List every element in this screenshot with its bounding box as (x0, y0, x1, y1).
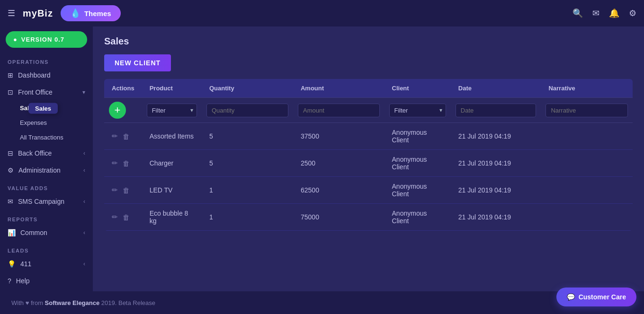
sales-table: Actions Product Quantity Amount Client D… (104, 79, 633, 231)
gear-icon[interactable]: ⚙ (629, 8, 636, 18)
footer-heart: ♥ (26, 299, 29, 306)
sidebar-item-front-office[interactable]: ⊡ Front Office ▾ (0, 84, 93, 101)
row4-product: Eco bubble 8 kg (142, 204, 202, 231)
sidebar-item-administration[interactable]: ⚙ Administration ‹ (0, 162, 93, 179)
customer-care-button[interactable]: 💬 Customer Care (556, 288, 636, 306)
row4-edit-icon[interactable]: ✏ (112, 213, 118, 221)
footer-brand: Software Elegance (45, 299, 100, 306)
version-icon: ● (13, 36, 18, 43)
filter-narrative-cell (541, 98, 633, 123)
client-filter-select[interactable]: Filter (389, 104, 446, 117)
section-value-adds: VALUE ADDS (0, 179, 93, 193)
row2-actions: ✏ 🗑 (104, 150, 142, 177)
amount-filter-input[interactable] (298, 104, 380, 117)
row4-delete-icon[interactable]: 🗑 (123, 213, 130, 221)
version-label: VERSION 0.7 (21, 36, 64, 43)
row2-action-icons: ✏ 🗑 (112, 159, 134, 167)
col-date: Date (451, 79, 541, 98)
new-client-button[interactable]: NEW CLIENT (104, 54, 171, 71)
sidebar-label-sms-campaign: SMS Campaign (18, 198, 64, 205)
sidebar-label-administration: Administration (18, 166, 61, 174)
row2-amount: 2500 (293, 150, 385, 177)
narrative-filter-input[interactable] (546, 104, 628, 117)
sidebar-item-411[interactable]: 💡 411 ‹ (0, 255, 93, 272)
product-filter-select[interactable]: Filter (147, 104, 197, 117)
common-chevron: ‹ (83, 229, 85, 236)
row3-narrative (541, 177, 633, 204)
row4-quantity: 1 (202, 204, 293, 231)
sidebar-item-dashboard[interactable]: ⊞ Dashboard (0, 67, 93, 84)
row3-quantity: 1 (202, 177, 293, 204)
date-filter-input[interactable] (456, 104, 537, 117)
page-title: Sales (104, 36, 633, 47)
menu-icon[interactable]: ☰ (8, 8, 15, 18)
sidebar-label-front-office: Front Office (18, 88, 53, 96)
footer: With ♥ from Software Elegance 2019. Beta… (0, 291, 644, 314)
filter-row: + Filter ▾ (104, 98, 633, 123)
col-product: Product (142, 79, 202, 98)
col-quantity: Quantity (202, 79, 293, 98)
row2-date: 21 Jul 2019 04:19 (451, 150, 541, 177)
sidebar-item-help[interactable]: ? Help (0, 272, 93, 289)
filter-action-cell: + (104, 98, 142, 123)
client-filter-wrap: Filter ▾ (389, 104, 446, 117)
sidebar-label-dashboard: Dashboard (18, 71, 51, 79)
themes-button[interactable]: 💧 Themes (61, 5, 121, 21)
sidebar-item-back-office[interactable]: ⊟ Back Office ‹ (0, 145, 93, 162)
sidebar-item-common[interactable]: 📊 Common ‹ (0, 224, 93, 241)
sidebar-subitem-expenses[interactable]: Expenses (0, 115, 93, 130)
table-row: ✏ 🗑 Eco bubble 8 kg 1 75000 Anonymous Cl… (104, 204, 633, 231)
row2-edit-icon[interactable]: ✏ (112, 159, 118, 167)
row1-delete-icon[interactable]: 🗑 (123, 132, 130, 140)
add-button[interactable]: + (109, 102, 126, 119)
help-icon: ? (8, 277, 11, 285)
bell-icon[interactable]: 🔔 (609, 8, 619, 18)
sidebar-subitem-sales[interactable]: Sales Sales (0, 101, 93, 115)
filter-amount-cell (293, 98, 385, 123)
sms-campaign-chevron: ‹ (83, 198, 85, 205)
themes-drop-icon: 💧 (70, 8, 80, 18)
row2-delete-icon[interactable]: 🗑 (123, 159, 130, 167)
sidebar-item-sms-campaign[interactable]: ✉ SMS Campaign ‹ (0, 193, 93, 210)
dashboard-icon: ⊞ (8, 71, 13, 79)
row1-edit-icon[interactable]: ✏ (112, 132, 118, 140)
col-actions: Actions (104, 79, 142, 98)
filter-client-cell: Filter ▾ (385, 98, 451, 123)
row3-actions: ✏ 🗑 (104, 177, 142, 204)
footer-mid: from (31, 299, 45, 306)
row3-edit-icon[interactable]: ✏ (112, 186, 118, 194)
row3-delete-icon[interactable]: 🗑 (123, 186, 130, 194)
quantity-filter-input[interactable] (206, 104, 288, 117)
section-leads: LEADS (0, 241, 93, 255)
front-office-chevron: ▾ (82, 89, 85, 96)
sidebar-subitem-all-transactions[interactable]: All Transactions (0, 130, 93, 145)
filter-product-cell: Filter ▾ (142, 98, 202, 123)
row2-narrative (541, 150, 633, 177)
table-row: ✏ 🗑 Charger 5 2500 Anonymous Client 21 J… (104, 150, 633, 177)
row4-action-icons: ✏ 🗑 (112, 213, 134, 221)
version-button[interactable]: ● VERSION 0.7 (6, 31, 87, 48)
col-client: Client (385, 79, 451, 98)
row3-client: Anonymous Client (385, 177, 451, 204)
table-header-row: Actions Product Quantity Amount Client D… (104, 79, 633, 98)
section-reports: REPORTS (0, 210, 93, 224)
back-office-chevron: ‹ (83, 150, 85, 157)
all-transactions-label: All Transactions (20, 134, 63, 141)
table-row: ✏ 🗑 LED TV 1 62500 Anonymous Client 21 J… (104, 177, 633, 204)
row2-product: Charger (142, 150, 202, 177)
back-office-icon: ⊟ (8, 149, 13, 157)
sidebar-label-back-office: Back Office (18, 149, 52, 157)
common-icon: 📊 (8, 229, 16, 236)
sms-campaign-icon: ✉ (8, 198, 13, 205)
customer-care-icon: 💬 (567, 293, 575, 301)
expenses-label: Expenses (20, 119, 47, 126)
section-operations: OPERATIONS (0, 52, 93, 67)
search-icon[interactable]: 🔍 (572, 8, 583, 18)
row4-narrative (541, 204, 633, 231)
row4-actions: ✏ 🗑 (104, 204, 142, 231)
row2-quantity: 5 (202, 150, 293, 177)
mail-icon[interactable]: ✉ (592, 8, 599, 18)
topbar: ☰ myBiz 💧 Themes 🔍 ✉ 🔔 ⚙ (0, 0, 644, 26)
row1-quantity: 5 (202, 123, 293, 150)
leads-411-icon: 💡 (8, 260, 16, 268)
